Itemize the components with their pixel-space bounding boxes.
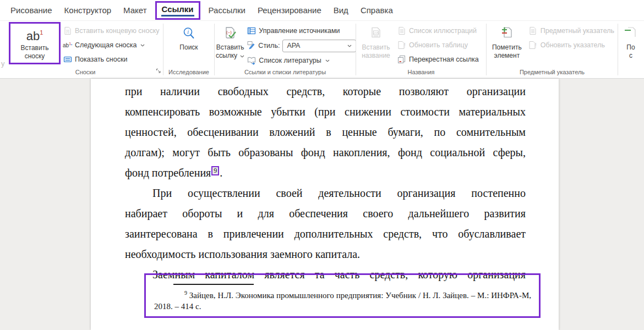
svg-text:[i]: [i] bbox=[66, 29, 69, 34]
text-line: При осуществлении своей деятельности орг… bbox=[125, 183, 526, 204]
update-index-button: ! Обновить указатель bbox=[526, 38, 616, 52]
citations-group: (–) Вставить ссылку Управление источника… bbox=[215, 21, 356, 78]
tab-review[interactable]: Рецензирование bbox=[252, 2, 328, 18]
insert-endnote-icon: [i] bbox=[63, 26, 72, 35]
table-of-figures-icon bbox=[397, 26, 406, 35]
table-of-figures-button: Список иллюстраций bbox=[395, 24, 481, 38]
mark-entry-icon bbox=[500, 24, 514, 43]
show-footnotes-button[interactable]: Показать сноски bbox=[61, 52, 162, 67]
footnotes-group-label: Сноски bbox=[75, 69, 96, 75]
insert-citation-icon: (–) bbox=[223, 24, 237, 43]
insert-index-button: Предметный указатель bbox=[526, 24, 616, 38]
mark-entry-button[interactable]: Пометитьэлемент bbox=[488, 22, 526, 60]
citations-group-label: Ссылки и списки литературы bbox=[244, 69, 326, 75]
manage-sources-icon bbox=[247, 26, 256, 35]
tab-design[interactable]: Конструктор bbox=[58, 2, 118, 18]
insert-citation-button[interactable]: (–) Вставить ссылку bbox=[216, 22, 244, 60]
citation-style-select[interactable]: APA bbox=[282, 40, 356, 52]
text-line: долгам); могут быть образованы фонд нако… bbox=[125, 142, 526, 163]
text-line: заинтересована в привлечении дополнитель… bbox=[125, 224, 526, 244]
insert-endnote-button: [i] Вставить концевую сноску bbox=[61, 24, 162, 38]
tab-drawing[interactable]: Рисование bbox=[4, 2, 58, 18]
footnotes-dialog-launcher-icon[interactable] bbox=[156, 67, 161, 76]
svg-text:i: i bbox=[187, 29, 189, 35]
research-group-label: Исследование bbox=[168, 69, 209, 75]
manage-sources-button[interactable]: Управление источниками bbox=[244, 24, 358, 38]
footnote-reference-marker[interactable]: 9 bbox=[211, 166, 219, 175]
footnotes-group: ab1 Вставитьсноску [i] Вставить концевую… bbox=[8, 21, 163, 78]
document-area: при наличии свободных средств, которые п… bbox=[0, 79, 644, 330]
body-text: при наличии свободных средств, которые п… bbox=[125, 81, 526, 285]
next-footnote-button[interactable]: ab1 Следующая сноска bbox=[61, 38, 162, 52]
style-brush-icon bbox=[247, 41, 255, 51]
text-line: набирает обороты и для обеспечения своег… bbox=[125, 204, 526, 224]
show-footnotes-icon bbox=[63, 55, 72, 64]
text-line: компенсировать возможные убытки (при сни… bbox=[125, 102, 526, 122]
table-of-authorities-group-clipped: Пос bbox=[618, 21, 643, 78]
cross-reference-icon bbox=[397, 55, 406, 64]
mark-citation-icon bbox=[624, 24, 637, 43]
update-index-icon: ! bbox=[528, 41, 538, 50]
cross-reference-button[interactable]: Перекрестная ссылка bbox=[395, 52, 481, 67]
footnote-text-line: 2018. – 414 с. bbox=[146, 301, 539, 312]
style-label: Стиль: bbox=[258, 42, 280, 50]
research-group: i Поиск Исследование bbox=[163, 21, 214, 78]
text-line: необходимость использования заемного кап… bbox=[125, 244, 526, 265]
insert-caption-icon bbox=[369, 24, 383, 43]
document-page[interactable]: при наличии свободных средств, которые п… bbox=[91, 79, 559, 330]
svg-text:!: ! bbox=[404, 42, 406, 48]
index-group-label: Предметный указатель bbox=[520, 69, 585, 75]
search-button[interactable]: i Поиск bbox=[170, 22, 208, 52]
insert-footnote-icon: ab1 bbox=[26, 24, 43, 44]
insert-index-icon bbox=[528, 26, 538, 35]
update-table-icon: ! bbox=[397, 41, 406, 50]
text-line: фонд потребления9. bbox=[125, 163, 526, 183]
mark-citation-button-clipped[interactable]: Пос bbox=[618, 21, 643, 78]
captions-group: Вставитьназвание Список иллюстраций ! Об… bbox=[356, 21, 486, 78]
svg-text:!: ! bbox=[535, 42, 537, 48]
bibliography-icon bbox=[247, 56, 256, 65]
footnote-text-line: 9 Зайцев, Н.Л. Экономика промышленного п… bbox=[146, 288, 539, 301]
ribbon-tab-bar: Рисование Конструктор Макет Ссылки Рассы… bbox=[0, 0, 644, 21]
text-line: ценностей, обесценивании вложений в ценн… bbox=[125, 122, 526, 142]
text-line: при наличии свободных средств, которые п… bbox=[125, 81, 526, 102]
insert-footnote-button[interactable]: ab1 Вставитьсноску bbox=[9, 22, 61, 64]
tab-help[interactable]: Справка bbox=[354, 2, 399, 18]
tab-layout[interactable]: Макет bbox=[117, 2, 152, 18]
tab-references[interactable]: Ссылки bbox=[155, 1, 200, 20]
svg-text:(–): (–) bbox=[226, 30, 232, 35]
references-ribbon: у ab1 Вставитьсноску [i] Вставить концев… bbox=[0, 21, 644, 79]
index-group: Пометитьэлемент Предметный указатель ! О… bbox=[487, 21, 618, 78]
tab-view[interactable]: Вид bbox=[328, 2, 354, 18]
footnote-area[interactable]: 9 Зайцев, Н.Л. Экономика промышленного п… bbox=[144, 273, 541, 318]
footnote-separator bbox=[173, 284, 254, 285]
bibliography-button[interactable]: Список литературы bbox=[244, 53, 358, 68]
clipped-button-fragment: у bbox=[1, 59, 5, 68]
insert-caption-button: Вставитьназвание bbox=[357, 22, 395, 60]
tab-mailings[interactable]: Рассылки bbox=[203, 2, 252, 18]
captions-group-label: Названия bbox=[408, 69, 435, 75]
next-footnote-icon: ab1 bbox=[63, 42, 72, 48]
update-table-button: ! Обновить таблицу bbox=[395, 38, 481, 52]
search-icon: i bbox=[182, 24, 195, 43]
citation-style-row: Стиль: APA bbox=[244, 38, 358, 53]
